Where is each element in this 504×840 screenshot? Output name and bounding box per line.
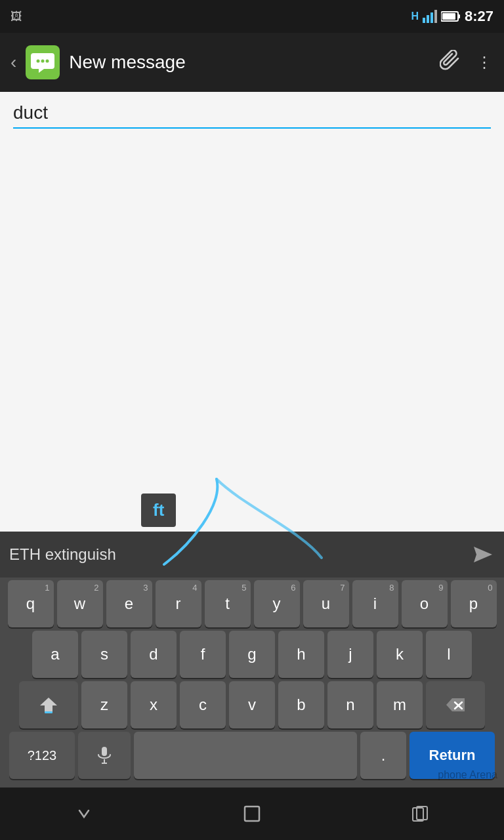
keyboard-row-3: z x c v b n m: [1, 681, 503, 728]
signal-bars-icon: [423, 10, 437, 23]
nav-back-button[interactable]: [64, 801, 104, 827]
svg-rect-3: [434, 10, 437, 23]
key-q[interactable]: 1q: [8, 580, 54, 627]
compose-bar: ETH extinguish ft: [0, 532, 504, 578]
key-r[interactable]: 4r: [156, 580, 201, 627]
key-t[interactable]: 5t: [205, 580, 251, 627]
key-i[interactable]: 8i: [352, 580, 398, 627]
key-x[interactable]: x: [131, 681, 177, 728]
svg-rect-2: [430, 12, 433, 23]
svg-rect-5: [458, 14, 460, 18]
keyboard: 1q 2w 3e 4r 5t 6y 7u: [0, 578, 504, 788]
message-body[interactable]: [13, 139, 491, 362]
key-e[interactable]: 3e: [106, 580, 152, 627]
key-f[interactable]: f: [180, 631, 226, 678]
autocomplete-word: ft: [153, 500, 164, 520]
key-z[interactable]: z: [81, 681, 127, 728]
svg-rect-0: [423, 18, 425, 23]
key-g[interactable]: g: [229, 631, 275, 678]
app-bar-actions: ⋮: [440, 50, 494, 75]
svg-point-9: [46, 60, 49, 63]
key-j[interactable]: j: [327, 631, 373, 678]
mic-key[interactable]: [78, 732, 131, 779]
svg-rect-6: [442, 13, 455, 20]
battery-icon: [441, 10, 461, 22]
backspace-key[interactable]: [426, 681, 485, 728]
key-w[interactable]: 2w: [57, 580, 103, 627]
shift-key[interactable]: [19, 681, 78, 728]
key-y[interactable]: 6y: [254, 580, 300, 627]
status-bar: 🖼 H 8:27: [0, 0, 504, 33]
attach-icon[interactable]: [440, 50, 461, 75]
svg-point-8: [41, 60, 45, 63]
svg-rect-19: [245, 807, 259, 821]
key-b[interactable]: b: [278, 681, 324, 728]
keyboard-row-4: ?123 . Return: [1, 732, 503, 779]
app-icon: [26, 45, 60, 79]
signal-h-icon: H: [411, 10, 419, 22]
key-o[interactable]: 9o: [402, 580, 448, 627]
image-icon: 🖼: [10, 10, 22, 24]
key-k[interactable]: k: [377, 631, 423, 678]
key-p[interactable]: 0p: [451, 580, 497, 627]
to-input[interactable]: [13, 102, 491, 129]
svg-marker-10: [474, 547, 492, 562]
nav-bar: [0, 788, 504, 840]
return-key[interactable]: Return: [410, 732, 495, 779]
nav-home-button[interactable]: [232, 801, 272, 827]
space-key[interactable]: [134, 732, 357, 779]
nav-recent-button[interactable]: [400, 801, 440, 827]
send-button[interactable]: [471, 543, 495, 566]
more-options-icon[interactable]: ⋮: [476, 53, 494, 72]
key-n[interactable]: n: [327, 681, 373, 728]
svg-rect-1: [427, 15, 429, 23]
key-c[interactable]: c: [180, 681, 226, 728]
status-icons: H 8:27: [411, 8, 494, 25]
key-l[interactable]: l: [426, 631, 472, 678]
key-h[interactable]: h: [278, 631, 324, 678]
app-layout: 🖼 H 8:27 ‹: [0, 0, 504, 840]
page-title: New message: [69, 52, 430, 73]
key-s[interactable]: s: [81, 631, 127, 678]
back-button[interactable]: ‹: [10, 52, 16, 73]
keyboard-row-2: a s d f g h j k l: [1, 631, 503, 678]
svg-rect-16: [102, 747, 107, 756]
key-m[interactable]: m: [377, 681, 423, 728]
period-key[interactable]: .: [360, 732, 406, 779]
main-content: ETH extinguish ft 1q: [0, 92, 504, 788]
key-v[interactable]: v: [229, 681, 275, 728]
sms-icon: [31, 51, 54, 74]
autocomplete-popup: ft: [141, 494, 176, 527]
svg-marker-11: [40, 698, 57, 712]
symbols-key[interactable]: ?123: [9, 732, 75, 779]
svg-point-7: [37, 60, 40, 63]
status-bar-left: 🖼: [10, 10, 404, 24]
message-area: [0, 92, 504, 532]
key-d[interactable]: d: [131, 631, 177, 678]
svg-rect-12: [45, 711, 52, 713]
compose-text: ETH extinguish: [9, 545, 465, 564]
key-a[interactable]: a: [32, 631, 78, 678]
status-time: 8:27: [465, 8, 494, 25]
key-u[interactable]: 7u: [303, 580, 349, 627]
app-bar: ‹ New message ⋮: [0, 33, 504, 92]
keyboard-row-1: 1q 2w 3e 4r 5t 6y 7u: [1, 580, 503, 627]
